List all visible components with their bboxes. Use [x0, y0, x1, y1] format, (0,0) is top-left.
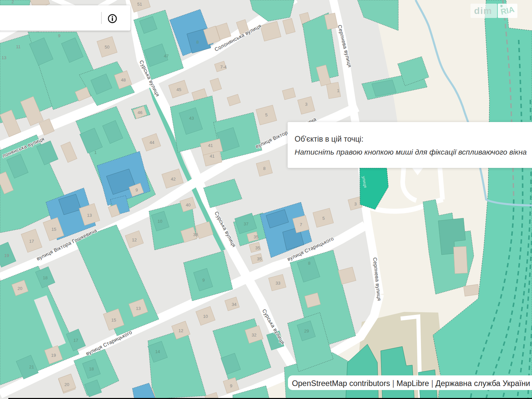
- svg-text:21: 21: [29, 364, 34, 369]
- svg-text:12: 12: [132, 237, 137, 242]
- svg-text:43: 43: [189, 116, 194, 121]
- svg-text:34: 34: [232, 302, 236, 307]
- svg-text:17: 17: [29, 239, 34, 244]
- svg-text:51: 51: [137, 2, 142, 7]
- svg-text:7: 7: [300, 222, 302, 227]
- svg-text:14: 14: [155, 349, 160, 354]
- svg-text:15: 15: [111, 318, 116, 323]
- svg-text:38: 38: [193, 232, 198, 237]
- svg-text:11: 11: [16, 44, 21, 49]
- svg-text:19: 19: [4, 253, 9, 258]
- svg-text:13: 13: [87, 213, 92, 218]
- svg-text:41: 41: [208, 143, 213, 148]
- svg-text:46: 46: [138, 110, 142, 115]
- svg-text:8: 8: [196, 40, 199, 45]
- svg-text:18: 18: [89, 366, 94, 371]
- svg-text:7-4: 7-4: [220, 65, 227, 69]
- svg-text:10: 10: [158, 219, 162, 224]
- svg-text:17: 17: [73, 338, 78, 343]
- svg-text:Натисніть правою кнопкою миші: Натисніть правою кнопкою миші для фіксац…: [295, 148, 527, 156]
- svg-text:10: 10: [203, 314, 208, 319]
- svg-text:50: 50: [105, 45, 109, 50]
- svg-text:8: 8: [263, 166, 265, 171]
- svg-text:1: 1: [94, 150, 96, 155]
- svg-text:15: 15: [52, 227, 56, 232]
- svg-text:29: 29: [304, 329, 309, 333]
- svg-text:37: 37: [244, 221, 248, 226]
- svg-text:5: 5: [322, 216, 325, 221]
- svg-text:OpenStreetMap contributors | M: OpenStreetMap contributors | MapLibre | …: [292, 379, 530, 388]
- svg-text:35: 35: [257, 256, 262, 261]
- svg-text:1: 1: [337, 88, 339, 93]
- svg-text:41: 41: [210, 154, 214, 159]
- svg-text:3: 3: [354, 201, 356, 206]
- svg-text:45: 45: [177, 87, 181, 92]
- svg-text:35: 35: [254, 234, 258, 239]
- svg-text:42: 42: [171, 177, 176, 182]
- svg-text:20: 20: [65, 382, 69, 387]
- svg-text:Об'єктів в цій точці:: Об'єктів в цій точці:: [295, 135, 363, 143]
- svg-text:3: 3: [305, 102, 307, 107]
- svg-text:33: 33: [276, 281, 280, 286]
- svg-text:47: 47: [164, 54, 169, 59]
- svg-text:9: 9: [135, 188, 138, 193]
- svg-text:44: 44: [150, 140, 154, 145]
- svg-text:8: 8: [308, 261, 310, 266]
- svg-text:32: 32: [252, 332, 256, 337]
- svg-text:48: 48: [121, 77, 126, 82]
- svg-text:9: 9: [230, 383, 232, 388]
- svg-text:12: 12: [179, 328, 183, 333]
- svg-text:9: 9: [58, 33, 60, 38]
- svg-text:40: 40: [186, 202, 191, 207]
- svg-text:19: 19: [51, 353, 56, 358]
- svg-text:35: 35: [255, 245, 260, 250]
- svg-text:13: 13: [2, 55, 6, 60]
- svg-text:5: 5: [265, 112, 267, 117]
- svg-text:2: 2: [11, 0, 14, 4]
- svg-text:dim: dim: [474, 6, 492, 16]
- svg-text:18: 18: [43, 275, 48, 280]
- svg-text:20: 20: [18, 286, 22, 291]
- svg-text:9: 9: [202, 278, 204, 283]
- svg-text:13: 13: [136, 306, 141, 311]
